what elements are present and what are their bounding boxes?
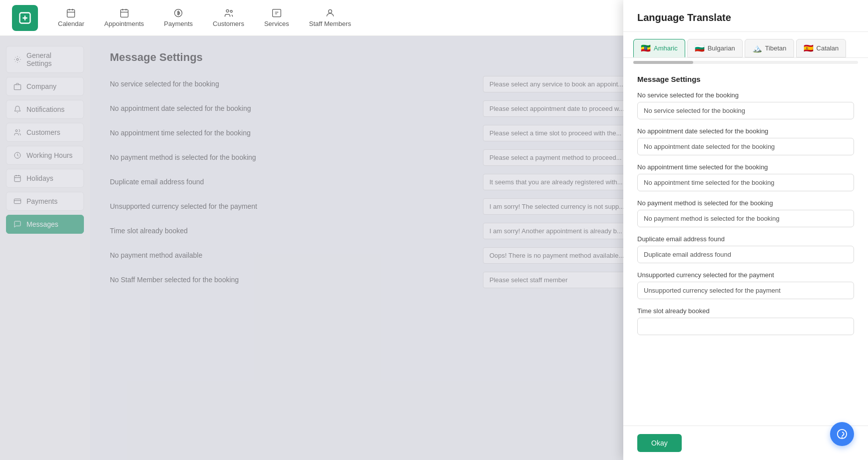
- language-translate-drawer: Language Translate 🇪🇹 Amharic 🇧🇬 Bulgari…: [623, 0, 868, 460]
- input-duplicate-email[interactable]: [637, 246, 854, 263]
- field-no-date: No appointment date selected for the boo…: [637, 127, 854, 155]
- okay-button[interactable]: Okay: [637, 434, 682, 452]
- svg-point-7: [329, 9, 332, 13]
- drawer-content: Message Settings No service selected for…: [623, 67, 868, 426]
- language-tabs: 🇪🇹 Amharic 🇧🇬 Bulgarian 🏔️ Tibetan 🇪🇸 Ca…: [623, 32, 868, 58]
- svg-rect-1: [67, 9, 75, 17]
- input-unsupported-currency[interactable]: [637, 282, 854, 299]
- input-no-payment-method[interactable]: [637, 210, 854, 227]
- field-no-service: No service selected for the booking: [637, 91, 854, 119]
- flag-amharic: 🇪🇹: [641, 43, 651, 53]
- nav-customers[interactable]: Customers: [213, 8, 244, 27]
- tab-tibetan[interactable]: 🏔️ Tibetan: [745, 39, 794, 57]
- nav-services[interactable]: Services: [264, 8, 289, 27]
- input-no-service[interactable]: [637, 102, 854, 119]
- svg-rect-2: [120, 9, 128, 17]
- nav-staff-members[interactable]: Staff Members: [309, 8, 351, 27]
- field-no-payment-method: No payment method is selected for the bo…: [637, 199, 854, 227]
- field-duplicate-email: Duplicate email address found: [637, 235, 854, 263]
- field-time-slot-booked: Time slot already booked: [637, 307, 854, 335]
- tab-scroll-thumb: [633, 61, 693, 64]
- nav-calendar[interactable]: Calendar: [58, 8, 84, 27]
- drawer-title: Language Translate: [637, 12, 854, 23]
- svg-point-5: [230, 10, 232, 12]
- drawer-section-title: Message Settings: [637, 75, 854, 83]
- tab-catalan[interactable]: 🇪🇸 Catalan: [796, 39, 847, 57]
- svg-rect-6: [273, 9, 281, 17]
- input-no-time[interactable]: [637, 174, 854, 191]
- nav-payments[interactable]: Payments: [164, 8, 193, 27]
- help-button[interactable]: [830, 422, 854, 446]
- flag-catalan: 🇪🇸: [804, 43, 814, 53]
- drawer-header: Language Translate: [623, 0, 868, 32]
- input-time-slot-booked[interactable]: [637, 318, 854, 335]
- flag-tibetan: 🏔️: [752, 43, 762, 53]
- flag-bulgarian: 🇧🇬: [695, 43, 705, 53]
- nav-items: Calendar Appointments Payments Customers…: [58, 8, 351, 27]
- input-no-date[interactable]: [637, 138, 854, 155]
- tab-amharic[interactable]: 🇪🇹 Amharic: [633, 39, 685, 57]
- tab-scrollbar[interactable]: [633, 61, 858, 64]
- field-unsupported-currency: Unsupported currency selected for the pa…: [637, 271, 854, 299]
- svg-point-15: [842, 437, 843, 438]
- app-logo[interactable]: [12, 5, 38, 31]
- tab-bulgarian[interactable]: 🇧🇬 Bulgarian: [687, 39, 743, 57]
- svg-point-4: [226, 9, 229, 12]
- nav-appointments[interactable]: Appointments: [104, 8, 144, 27]
- field-no-time: No appointment time selected for the boo…: [637, 163, 854, 191]
